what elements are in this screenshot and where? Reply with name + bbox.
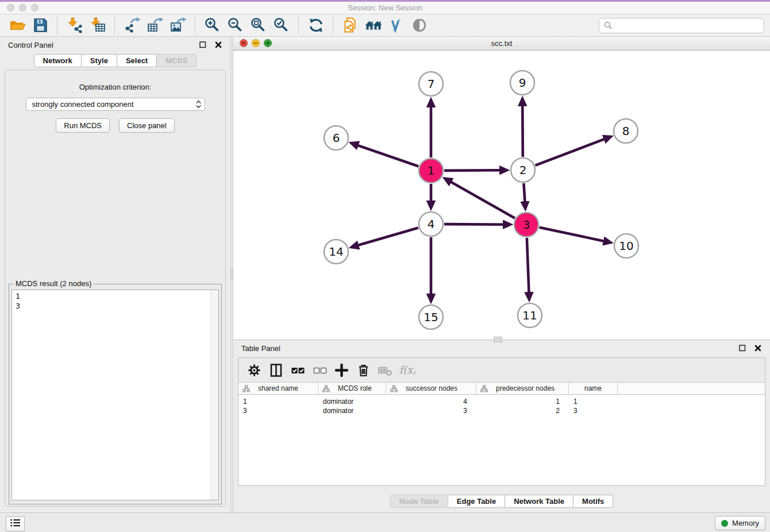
- delete-row-icon[interactable]: [355, 361, 372, 379]
- search-box[interactable]: [599, 18, 764, 33]
- node-label: 4: [428, 217, 435, 231]
- zoom-out-icon[interactable]: [225, 16, 246, 35]
- column-header-name[interactable]: name: [569, 383, 618, 394]
- clone-network-icon[interactable]: [340, 16, 361, 35]
- tab-mcds[interactable]: MCDS: [157, 54, 197, 67]
- network-canvas[interactable]: 1234678910111415: [233, 51, 770, 340]
- tab-edge-table[interactable]: Edge Table: [448, 495, 505, 508]
- control-panel-title: Control Panel: [8, 41, 53, 49]
- node-label: 9: [519, 76, 526, 90]
- graph-edge-1-6[interactable]: [358, 145, 418, 166]
- graph-node-11[interactable]: 11: [518, 303, 542, 327]
- graph-edge-2-3[interactable]: [523, 183, 525, 202]
- graph-edge-4-14[interactable]: [358, 228, 418, 245]
- graph-node-10[interactable]: 10: [614, 234, 638, 258]
- graph-edge-1-2[interactable]: [444, 170, 500, 171]
- tab-network[interactable]: Network: [34, 54, 82, 67]
- main-titlebar: Session: New Session: [0, 2, 770, 14]
- tab-select[interactable]: Select: [117, 54, 157, 67]
- cell-shared-name[interactable]: 1: [238, 398, 318, 406]
- close-window-button[interactable]: [7, 4, 14, 11]
- export-network-icon[interactable]: [122, 16, 143, 35]
- result-scrollbar[interactable]: [210, 290, 218, 500]
- close-table-panel-icon[interactable]: [754, 344, 762, 352]
- cell-name[interactable]: 1: [569, 398, 618, 406]
- export-table-icon[interactable]: [145, 16, 165, 35]
- graph-node-9[interactable]: 9: [510, 71, 534, 95]
- split-panel-icon[interactable]: [267, 361, 284, 379]
- cell-successor-nodes[interactable]: 4: [386, 398, 476, 406]
- mcds-result-area[interactable]: 1 3: [11, 290, 219, 500]
- zoom-in-icon[interactable]: [202, 16, 223, 35]
- zoom-fit-icon[interactable]: [248, 16, 269, 35]
- toolbar-separator: [298, 16, 299, 34]
- save-icon[interactable]: [30, 16, 51, 35]
- column-header-shared-name[interactable]: shared name: [238, 383, 318, 394]
- zoom-network-button[interactable]: [264, 39, 272, 47]
- graph-edge-2-9[interactable]: [522, 106, 523, 157]
- graph-node-6[interactable]: 6: [324, 126, 348, 150]
- run-mcds-button[interactable]: Run MCDS: [56, 118, 110, 133]
- memory-button[interactable]: Memory: [715, 516, 765, 530]
- zoom-selected-icon[interactable]: [271, 16, 292, 35]
- tab-style[interactable]: Style: [82, 54, 117, 67]
- tab-node-table[interactable]: Node Table: [390, 495, 448, 508]
- node-table-container: f(x) shared nameMCDS rolesuccessor nodes…: [238, 357, 765, 486]
- cell-predecessor-nodes[interactable]: 1: [476, 398, 569, 406]
- select-all-icon[interactable]: [289, 361, 306, 379]
- graph-edge-2-8[interactable]: [536, 139, 605, 165]
- table-row[interactable]: 3dominator323: [238, 406, 765, 415]
- home-view-icon[interactable]: [363, 16, 384, 35]
- float-table-panel-icon[interactable]: [738, 344, 746, 352]
- column-header-successor-nodes[interactable]: successor nodes: [386, 383, 476, 394]
- graph-node-3[interactable]: 3: [514, 213, 538, 237]
- column-header-predecessor-nodes[interactable]: predecessor nodes: [476, 383, 569, 394]
- float-panel-icon[interactable]: [199, 41, 207, 49]
- minimize-window-button[interactable]: [19, 4, 26, 11]
- search-input[interactable]: [615, 21, 759, 30]
- column-header-MCDS-role[interactable]: MCDS role: [318, 383, 386, 394]
- add-row-icon[interactable]: [333, 361, 350, 379]
- cell-successor-nodes[interactable]: 3: [386, 407, 476, 415]
- show-hide-icon[interactable]: [409, 16, 430, 35]
- table-row[interactable]: 1dominator411: [238, 397, 765, 406]
- toolbar-separator: [114, 16, 116, 34]
- graph-edge-3-10[interactable]: [539, 228, 603, 241]
- vizmap-icon[interactable]: [386, 16, 407, 35]
- graph-node-14[interactable]: 14: [324, 240, 348, 264]
- workspace: Control Panel NetworkStyleSelectMCDS Opt…: [0, 37, 770, 512]
- settings-gear-icon[interactable]: [245, 361, 263, 379]
- cell-name[interactable]: 3: [569, 407, 618, 415]
- task-history-button[interactable]: [6, 516, 25, 531]
- cell-MCDS-role[interactable]: dominator: [318, 407, 386, 415]
- graph-node-4[interactable]: 4: [419, 212, 443, 236]
- cell-predecessor-nodes[interactable]: 2: [476, 407, 569, 415]
- node-label: 15: [424, 310, 438, 324]
- tab-motifs[interactable]: Motifs: [573, 495, 613, 508]
- table-panel: Table Panel f(x) shared nameMCDS rolesuc…: [233, 340, 770, 512]
- graph-edge-4-3[interactable]: [444, 224, 503, 225]
- close-panel-icon[interactable]: [214, 41, 222, 49]
- divider-handle-horizontal[interactable]: [494, 337, 502, 342]
- open-folder-icon[interactable]: [7, 16, 28, 35]
- close-panel-button[interactable]: Close panel: [119, 118, 175, 133]
- deselect-all-icon[interactable]: [311, 361, 328, 379]
- graph-node-8[interactable]: 8: [614, 119, 638, 143]
- cell-shared-name[interactable]: 3: [238, 407, 318, 415]
- graph-node-15[interactable]: 15: [419, 305, 443, 329]
- minimize-network-button[interactable]: [252, 39, 260, 47]
- graph-node-1[interactable]: 1: [419, 159, 443, 183]
- optimization-select[interactable]: strongly connected component: [26, 98, 205, 111]
- maximize-window-button[interactable]: [31, 4, 38, 11]
- graph-node-2[interactable]: 2: [511, 158, 535, 182]
- export-image-icon[interactable]: [168, 16, 188, 35]
- graph-edge-3-1[interactable]: [451, 182, 515, 218]
- tab-network-table[interactable]: Network Table: [505, 495, 573, 508]
- graph-edge-3-11[interactable]: [527, 238, 529, 292]
- graph-node-7[interactable]: 7: [419, 72, 443, 96]
- refresh-icon[interactable]: [306, 16, 326, 35]
- close-network-button[interactable]: [240, 39, 248, 47]
- import-table-icon[interactable]: [87, 16, 108, 35]
- cell-MCDS-role[interactable]: dominator: [318, 398, 386, 406]
- import-network-icon[interactable]: [64, 16, 85, 35]
